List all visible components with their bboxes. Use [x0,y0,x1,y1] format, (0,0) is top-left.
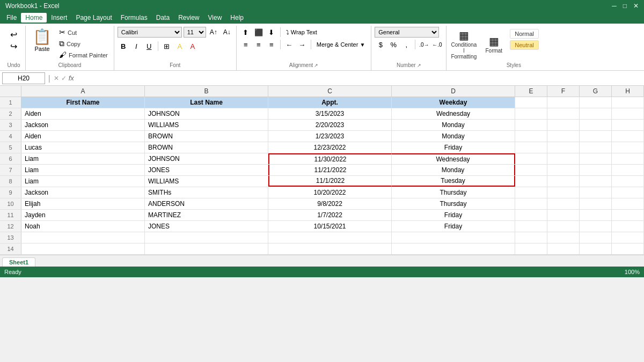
cell-reference-box[interactable] [2,72,45,84]
cell-A14[interactable] [21,243,145,254]
cell-F9[interactable] [547,187,580,198]
align-left-btn[interactable]: ≡ [240,39,252,50]
format-as-table-button[interactable]: ▦ Format [480,28,508,61]
cell-B2[interactable]: JOHNSON [145,108,268,119]
cell-D10[interactable]: Thursday [392,198,515,209]
cell-G10[interactable] [580,198,612,209]
align-bottom-btn[interactable]: ⬇ [266,27,277,38]
cell-H8[interactable] [612,176,644,187]
number-expand-icon[interactable]: ↗ [417,63,421,68]
cell-E11[interactable] [515,210,547,220]
cell-B11[interactable]: MARTINEZ [145,210,268,220]
col-header-C[interactable]: C [268,86,392,97]
cell-H11[interactable] [612,210,644,220]
cell-G8[interactable] [580,176,612,187]
cell-C1[interactable]: Appt. [268,97,392,108]
cell-H13[interactable] [612,232,644,243]
cell-A8[interactable]: Liam [21,176,145,187]
cell-G3[interactable] [580,120,612,130]
font-color-button[interactable]: A [187,41,199,51]
col-header-D[interactable]: D [392,86,515,97]
fill-color-button[interactable]: A [174,41,186,51]
cell-H5[interactable] [612,142,644,153]
cell-C4[interactable]: 1/23/2023 [268,131,392,142]
cell-G14[interactable] [580,243,612,254]
cell-A10[interactable]: Elijah [21,198,145,209]
cell-H10[interactable] [612,198,644,209]
merge-center-button[interactable]: Merge & Center ▼ [314,40,368,49]
cell-A6[interactable]: Liam [21,153,145,164]
cell-E5[interactable] [515,142,547,153]
cell-D7[interactable]: Monday [392,165,515,175]
cell-F8[interactable] [547,176,580,187]
cell-B12[interactable]: JONES [145,221,268,232]
percent-btn[interactable]: % [387,39,399,50]
cell-A2[interactable]: Aiden [21,108,145,119]
col-header-G[interactable]: G [580,86,612,97]
cell-H2[interactable] [612,108,644,119]
increase-font-btn[interactable]: A↑ [208,27,219,38]
cell-E1[interactable] [515,97,547,108]
cell-G4[interactable] [580,131,612,142]
currency-btn[interactable]: $ [375,39,386,50]
cell-D3[interactable]: Monday [392,120,515,130]
menu-page-layout[interactable]: Page Layout [71,13,116,23]
cell-G12[interactable] [580,221,612,232]
cell-C6[interactable]: 11/30/2022 [268,153,392,164]
cell-F14[interactable] [547,243,580,254]
cell-G2[interactable] [580,108,612,119]
cell-G6[interactable] [580,153,612,164]
cell-H3[interactable] [612,120,644,130]
cell-G5[interactable] [580,142,612,153]
minimize-btn[interactable]: ─ [612,2,617,10]
cell-E7[interactable] [515,165,547,175]
cell-B13[interactable] [145,232,268,243]
cell-H1[interactable] [612,97,644,108]
cell-F10[interactable] [547,198,580,209]
cell-A13[interactable] [21,232,145,243]
font-family-select[interactable]: Calibri [118,27,182,38]
cell-B1[interactable]: Last Name [145,97,268,108]
cell-A3[interactable]: Jackson [21,120,145,130]
menu-review[interactable]: Review [174,13,203,23]
increase-decimal-btn[interactable]: .0→ [418,39,430,50]
cell-F11[interactable] [547,210,580,220]
cell-F2[interactable] [547,108,580,119]
cell-D1[interactable]: Weekday [392,97,515,108]
cell-B14[interactable] [145,243,268,254]
neutral-style-badge[interactable]: Neutral [510,40,538,50]
undo-button[interactable]: ↩ [8,29,20,40]
number-format-select[interactable]: General [375,27,439,38]
cell-D9[interactable]: Thursday [392,187,515,198]
merge-center-dropdown-icon[interactable]: ▼ [360,42,365,48]
cell-H4[interactable] [612,131,644,142]
cell-G7[interactable] [580,165,612,175]
cell-A4[interactable]: Aiden [21,131,145,142]
wrap-text-button[interactable]: ⤵ Wrap Text [283,28,320,36]
cell-H9[interactable] [612,187,644,198]
font-size-select[interactable]: 11 [184,27,206,38]
cell-E10[interactable] [515,198,547,209]
redo-button[interactable]: ↪ [8,41,20,51]
cell-F13[interactable] [547,232,580,243]
menu-view[interactable]: View [204,13,226,23]
cell-H14[interactable] [612,243,644,254]
normal-style-badge[interactable]: Normal [510,29,538,39]
cell-E12[interactable] [515,221,547,232]
cell-A7[interactable]: Liam [21,165,145,175]
cell-D12[interactable]: Friday [392,221,515,232]
cell-D6[interactable]: Wednesday [392,153,515,164]
cell-F5[interactable] [547,142,580,153]
borders-button[interactable]: ⊞ [161,41,173,51]
decrease-font-btn[interactable]: A↓ [221,27,233,38]
cell-A12[interactable]: Noah [21,221,145,232]
cell-D8[interactable]: Tuesday [392,176,515,187]
cell-C9[interactable]: 10/20/2022 [268,187,392,198]
cell-E4[interactable] [515,131,547,142]
cell-B9[interactable]: SMITHs [145,187,268,198]
conditional-formatting-button[interactable]: ▦ Conditional Formatting [450,28,478,61]
align-right-btn[interactable]: ≡ [266,39,277,50]
cell-A9[interactable]: Jackson [21,187,145,198]
cell-E6[interactable] [515,153,547,164]
underline-button[interactable]: U [143,41,155,51]
